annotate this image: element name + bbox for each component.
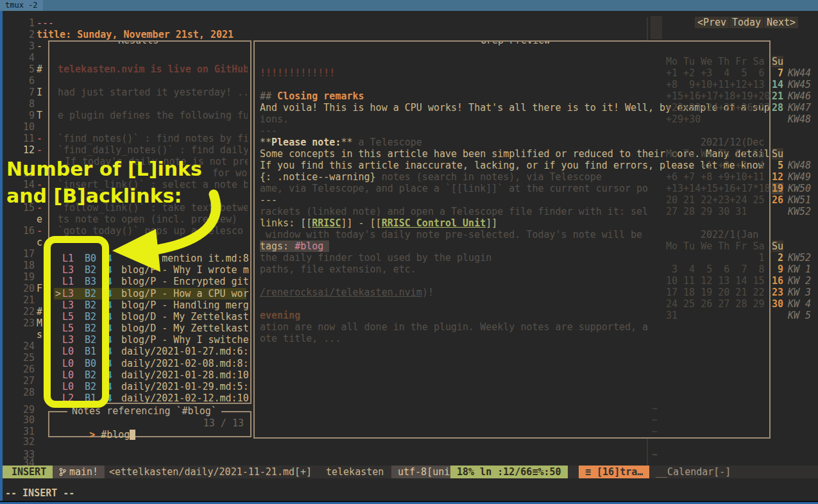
calendar-week-days[interactable]: +22+23+24+25+26+27 [666,102,771,113]
line-number: 30 [0,414,35,426]
calendar-sunday-date[interactable]: 12 [772,171,783,183]
preview-text-segment: ote title, ... [260,333,341,344]
search-input[interactable]: #blog [101,429,130,441]
preview-line: ## Closing remarks [260,90,364,102]
calendar-week-number: KW50 [788,183,811,194]
calendar-month-header: 2021/12(Dec [701,137,764,148]
calendar-week-days[interactable]: 24 25 26 27 28 29 [666,298,765,310]
calendar-week-days[interactable]: 1 [666,252,765,264]
calendar-week-days[interactable]: +6 +7 +8 +9+10+11 [666,171,765,183]
prompt-window[interactable]: Notes referencing `#blog` > #blog 13 / 1… [48,411,251,437]
result-item-label: daily/2021-02-08.md:8: [121,358,249,369]
preview-text-segment: evening [260,310,300,321]
calendar-sunday-date[interactable]: 30 [772,298,783,310]
line-number: 12 [0,144,35,156]
preview-line: /renerocksai/telekasten.nvim)! [260,287,434,298]
calendar-nav-next[interactable]: Next> [764,17,798,28]
preview-text-segment: notes (search in notes), via Telescope [376,171,602,183]
calendar-week-days[interactable]: 17 18 19 20 21 22 [666,287,765,298]
buffer-margin-char: - [37,225,42,237]
preview-text-segment: ]] [486,217,497,229]
mode-indicator[interactable]: INSERT [3,466,55,478]
preview-text-segment: RRISC Control Unit [382,217,486,229]
calendar-week-number: KW 3 [788,287,811,298]
calendar-sunday-date[interactable]: 9 [772,264,783,275]
preview-line: rackets (linked note) and open a Telesco… [260,206,648,217]
calendar-sunday-date[interactable]: 16 [772,275,783,287]
empty-line-tilde: ~ [652,426,658,437]
preview-text-segment: ions. [260,113,289,125]
line-number: 5 [0,63,35,75]
line-number: 27 [0,375,35,387]
preview-line: links: [[RRISC]] - [[RRISC Control Unit]… [260,217,497,229]
diagnostics-label: ≡ [16]tra… [585,466,643,478]
calendar-month-header: 2022/1(Jan [701,229,758,240]
calendar-week-days[interactable]: 31 [666,310,677,321]
preview-text-segment: --- [260,125,277,137]
result-item-label: daily/2021-01-29.md:5: [121,381,249,392]
preview-line: ame, via Telescope, and place a `[[link]… [260,183,648,194]
calendar-sunday-date[interactable]: 7 [772,67,783,79]
git-branch-icon [59,467,66,476]
calendar-sunday-date[interactable]: 2 [772,252,783,264]
line-number: 19 [0,271,35,283]
buffer-margin-char: s [37,329,42,340]
line-number: 22 [0,306,35,317]
calendar-week-days[interactable]: +13+14+15+16+17*18 [666,183,771,194]
git-branch[interactable]: main! [53,466,105,478]
calendar-week-days[interactable]: +8 9+10+11+12+13 [666,79,765,90]
calendar-nav-today[interactable]: Today [729,17,763,28]
buffer-margin-char: # [37,306,42,317]
line-number: 4 [0,52,35,63]
calendar-sunday-date[interactable]: 26 [772,194,783,206]
calendar-week-days[interactable]: +1 +2 +3 4 [666,160,765,171]
empty-line-tilde: ~ [652,403,658,414]
calendar-week-days[interactable]: +1 +2 +3 4 5 6 [666,67,765,79]
preview-text-segment: RRISC [312,217,341,229]
preview-text-segment: ame, via Telescope, and place a `[[link]… [260,183,648,194]
buffer-line: e plugin defines the following fun [58,110,248,121]
calendar-week-number: KW44 [788,67,811,79]
calendar-sunday-date[interactable]: 14 [772,79,783,90]
calendar-sunday-date[interactable]: 5 [772,160,783,171]
line-number: 21 [0,294,35,306]
preview-window-title: Grep Preview [476,40,554,46]
preview-text-segment: ** [341,137,352,148]
calendar-sunday-date[interactable]: 28 [772,102,783,113]
annotation-arrow-icon [77,180,231,282]
preview-text-segment: links: [260,217,300,229]
calendar-weekday-header: Mo Tu We Th Fr Sa [666,56,765,67]
buffer-margin-char: - [37,40,42,52]
line-number: 1 [0,17,35,29]
mode-indicator-label: INSERT [12,466,46,478]
result-item-label: blog/P - How a CPU wor [121,288,249,299]
calendar-weekday-header: Mo Tu We Th Fr Sa [666,240,765,252]
calendar-sunday-date[interactable]: 19 [772,183,783,194]
calendar-week-days[interactable]: +15+16+17+18+19+20 [666,90,771,102]
calendar-week-number: KW48 [788,113,811,125]
calendar-sunday-header: Su [772,148,783,160]
line-number: 11 [0,133,35,144]
line-number: 24 [0,340,35,352]
buffer-margin-char: c [37,237,42,248]
calendar-week-number: KW 1 [788,264,811,275]
calendar-week-number: KW51 [788,194,811,206]
preview-line: the daily finder tool used by the plugin [260,252,491,264]
calendar-sunday-date[interactable]: 23 [772,287,783,298]
line-number: 2 [0,29,35,40]
calendar-week-days[interactable]: 10 11 12 13 14 15 [666,275,765,287]
calendar-nav-prev[interactable]: <Prev [695,17,729,28]
filetype-label: telekasten [326,466,384,478]
buffer-margin-char: - [37,133,42,144]
result-item-label: blog/P - Handling merg [121,299,249,311]
buffer-margin-char: M [37,317,42,329]
calendar-week-days[interactable]: +29+30 [666,113,701,125]
calendar-week-number: KW52 [788,206,811,217]
calendar-week-days[interactable]: 3 4 5 6 7 8 [666,264,765,275]
calendar-week-days[interactable]: 20 21 22+23+24 25 [666,194,765,206]
calendar-sunday-date[interactable]: 21 [772,90,783,102]
mode-message: -- INSERT -- [5,487,74,499]
tmux-session-tab[interactable]: tmux -2 [0,0,43,11]
calendar-week-days[interactable]: 27 28 29 30 31 [666,206,747,217]
preview-text-segment: )! [422,287,434,298]
